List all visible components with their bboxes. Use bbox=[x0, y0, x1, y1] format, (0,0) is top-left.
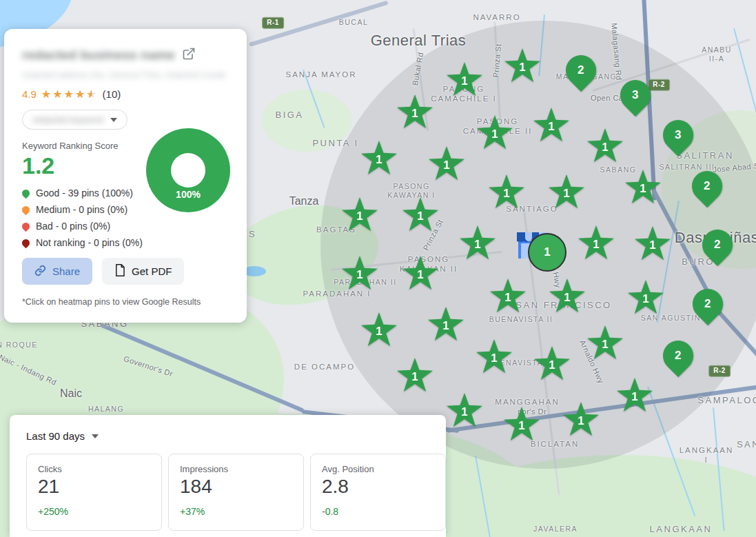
heatmap-pin-drop[interactable]: 2 bbox=[565, 54, 597, 94]
heatmap-pin-star[interactable]: 1 bbox=[616, 378, 653, 414]
pin-rank-number: 1 bbox=[640, 182, 646, 196]
stat-value: 2.8 bbox=[322, 476, 434, 498]
heatmap-pin-star[interactable]: 1 bbox=[634, 226, 671, 262]
pin-rank-number: 1 bbox=[461, 74, 467, 88]
not-ranking-pin-icon bbox=[21, 237, 32, 248]
pin-rank-number: 1 bbox=[356, 210, 362, 223]
keyword-select[interactable]: redacted keyword bbox=[22, 110, 127, 130]
good-pin-icon bbox=[21, 188, 32, 199]
pin-rank-number: 1 bbox=[461, 405, 467, 419]
drop-pin-shape: 3 bbox=[657, 114, 699, 156]
heatmap-pin-star[interactable]: 1 bbox=[562, 402, 600, 438]
heatmap-pin-star[interactable]: 1 bbox=[586, 128, 624, 164]
heatmap-pin-star[interactable]: 1 bbox=[402, 256, 439, 292]
heatmap-pin-star[interactable]: 1 bbox=[549, 278, 586, 314]
heatmap-pin-star[interactable]: 1 bbox=[476, 115, 513, 151]
heatmap-pin-star[interactable]: 1 bbox=[396, 358, 433, 394]
heatmap-pin-star[interactable]: 1 bbox=[446, 393, 483, 429]
pin-rank-number: 1 bbox=[642, 292, 648, 306]
period-select[interactable]: Last 90 days bbox=[26, 430, 99, 442]
pin-rank-number: 1 bbox=[549, 358, 555, 372]
heatmap-pin-star[interactable]: 1 bbox=[402, 197, 439, 233]
pin-rank-number: 1 bbox=[411, 107, 418, 121]
pin-rank-number: 2 bbox=[704, 179, 710, 193]
stat-delta: -0.8 bbox=[322, 506, 434, 517]
heatmap-pin-star[interactable]: 1 bbox=[627, 280, 664, 316]
stat-card-impressions: Impressions 184 +37% bbox=[168, 454, 304, 531]
heatmap-pin-star[interactable]: 1 bbox=[578, 225, 615, 261]
heatmap-pin-circle[interactable]: 1 bbox=[528, 233, 566, 272]
heatmap-pin-star[interactable]: 1 bbox=[504, 48, 541, 84]
pin-rank-number: 1 bbox=[411, 370, 418, 384]
map-label: BIGA bbox=[275, 110, 303, 121]
heatmap-pin-star[interactable]: 1 bbox=[360, 312, 398, 348]
route-badge: R-1 bbox=[262, 17, 284, 29]
heatmap-pin-star[interactable]: 1 bbox=[476, 339, 513, 375]
review-count: (10) bbox=[103, 88, 121, 100]
heatmap-pin-star[interactable]: 1 bbox=[428, 146, 465, 182]
legend-text: Bad - 0 pins (0%) bbox=[36, 221, 110, 232]
heatmap-pin-star[interactable]: 1 bbox=[360, 141, 398, 176]
heatmap-pin-star[interactable]: 1 bbox=[533, 346, 571, 382]
map-label: LANGKAAN I bbox=[680, 445, 734, 465]
report-card: redacted business name redacted address … bbox=[4, 29, 247, 323]
map-label: BUENAVISTA II bbox=[489, 315, 553, 324]
heatmap-pin-drop[interactable]: 2 bbox=[691, 170, 723, 210]
star-rating: ★★★★★★★★★★ bbox=[41, 89, 98, 100]
heatmap-pin-star[interactable]: 1 bbox=[341, 256, 378, 292]
drop-pin-shape: 2 bbox=[696, 223, 739, 266]
heatmap-pin-drop[interactable]: 3 bbox=[620, 79, 651, 119]
heatmap-pin-star[interactable]: 1 bbox=[341, 197, 378, 233]
heatmap-pin-star[interactable]: 1 bbox=[624, 170, 662, 205]
pin-rank-number: 3 bbox=[632, 88, 638, 102]
external-link-icon[interactable] bbox=[182, 47, 196, 63]
medium-pin-icon bbox=[21, 204, 32, 215]
pin-rank-number: 1 bbox=[544, 245, 550, 259]
route-badge: R-2 bbox=[708, 365, 731, 377]
pin-rank-number: 1 bbox=[356, 268, 362, 282]
pin-rank-number: 2 bbox=[675, 349, 681, 363]
pin-rank-number: 1 bbox=[443, 159, 449, 172]
map-label: Tanza bbox=[289, 194, 319, 208]
donut-percent-label: 100% bbox=[176, 189, 201, 200]
heatmap-pin-star[interactable]: 1 bbox=[533, 108, 570, 143]
heatmap-pin-drop[interactable]: 2 bbox=[692, 287, 724, 327]
heatmap-pin-drop[interactable]: 3 bbox=[662, 119, 694, 159]
pdf-file-icon bbox=[114, 264, 125, 278]
drop-pin-shape: 2 bbox=[657, 334, 699, 377]
stat-value: 184 bbox=[180, 476, 292, 498]
map-label: SANJA MAYOR bbox=[286, 70, 357, 79]
drop-pin-shape: 2 bbox=[560, 49, 602, 92]
map-label: NAVARRO bbox=[473, 12, 520, 22]
keyword-select-value: redacted keyword bbox=[32, 114, 103, 125]
get-pdf-button[interactable]: Get PDF bbox=[102, 258, 184, 285]
stat-label: Avg. Position bbox=[322, 464, 434, 474]
drop-pin-shape: 2 bbox=[686, 283, 729, 325]
pin-rank-number: 1 bbox=[417, 268, 423, 282]
pin-rank-number: 1 bbox=[631, 390, 637, 404]
heatmap-pin-drop[interactable]: 2 bbox=[662, 339, 694, 379]
pin-rank-number: 1 bbox=[376, 153, 382, 167]
heatmap-pin-star[interactable]: 1 bbox=[586, 325, 624, 361]
legend-text: Medium - 0 pins (0%) bbox=[36, 204, 127, 215]
map-label: LANGKAAN II bbox=[644, 524, 719, 537]
heatmap-pin-drop[interactable]: 2 bbox=[702, 228, 733, 268]
heatmap-pin-star[interactable]: 1 bbox=[446, 62, 483, 98]
heatmap-pin-star[interactable]: 1 bbox=[459, 225, 496, 261]
heatmap-pin-star[interactable]: 1 bbox=[548, 174, 585, 210]
chevron-down-icon bbox=[92, 434, 99, 438]
pin-rank-number: 3 bbox=[675, 128, 681, 142]
map-label: N ROQUE bbox=[0, 341, 38, 349]
heatmap-pin-star[interactable]: 1 bbox=[396, 94, 433, 130]
heatmap-pin-star[interactable]: 1 bbox=[427, 307, 464, 343]
stat-card-clicks: Clicks 21 +250% bbox=[26, 454, 162, 531]
share-button[interactable]: Share bbox=[22, 258, 92, 285]
pin-rank-number: 1 bbox=[564, 291, 570, 305]
heatmap-pin-star[interactable]: 1 bbox=[503, 407, 540, 443]
pin-rank-number: 1 bbox=[519, 61, 525, 74]
heatmap-pin-star[interactable]: 1 bbox=[489, 278, 527, 314]
pin-rank-number: 2 bbox=[704, 297, 711, 311]
pin-rank-number: 1 bbox=[474, 238, 480, 252]
pin-rank-number: 1 bbox=[649, 239, 655, 252]
heatmap-pin-star[interactable]: 1 bbox=[488, 174, 525, 210]
